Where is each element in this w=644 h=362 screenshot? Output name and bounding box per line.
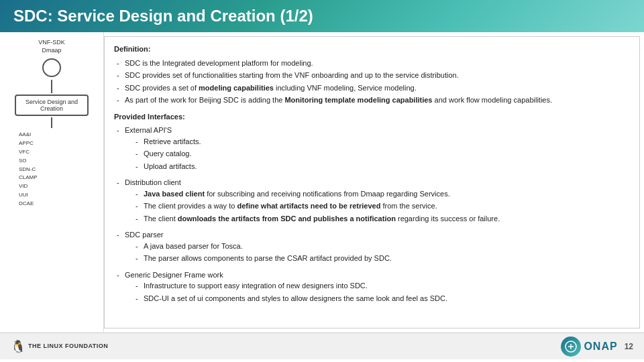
external-api-item: External API'S Retrieve artifacts. Query… xyxy=(114,125,630,172)
onap-circle-icon xyxy=(561,337,581,357)
external-api-sublist: Retrieve artifacts. Query catalog. Uploa… xyxy=(125,136,630,172)
label-dcae: DCAE xyxy=(19,200,98,208)
ext-sub-2: Query catalog. xyxy=(125,148,630,160)
label-vfc: VFC xyxy=(19,148,98,157)
vnf-sdk-label: VNF-SDKDmaap xyxy=(38,39,65,54)
circle-icon xyxy=(42,58,61,77)
def-item-2: SDC provides set of functionalities star… xyxy=(114,70,630,81)
footer: 🐧 THE LINUX FOUNDATION ONAP 12 xyxy=(0,333,644,359)
linux-foundation-text: THE LINUX FOUNDATION xyxy=(28,343,108,350)
distribution-sublist: Java based client for subscribing and re… xyxy=(125,188,630,225)
label-sdnc: SDN-C xyxy=(19,166,98,174)
label-appc: APPC xyxy=(19,139,98,148)
label-vid: VID xyxy=(19,182,98,191)
provided-title: Provided Interfaces: xyxy=(114,111,630,123)
dist-sub-2: The client provides a way to define what… xyxy=(125,200,630,212)
def-item-4: As part of the work for Beijing SDC is a… xyxy=(114,95,630,106)
ext-sub-1: Retrieve artifacts. xyxy=(125,136,630,147)
dist-sub-1: Java based client for subscribing and re… xyxy=(125,188,630,200)
dist-sub-3: The client downloads the artifacts from … xyxy=(125,213,630,225)
content-area: Definition: SDC is the Integrated develo… xyxy=(104,36,640,328)
provided-list: External API'S Retrieve artifacts. Query… xyxy=(114,125,630,304)
label-aai: AA&I xyxy=(19,131,98,139)
sdc-parser-sub-2: The parser allows components to parse th… xyxy=(125,253,630,264)
bottom-labels: AA&I APPC VFC SO SDN-C CLAMP VID UUI DCA… xyxy=(5,131,98,208)
page-number: 12 xyxy=(625,342,633,351)
definition-list: SDC is the Integrated development platfo… xyxy=(114,58,630,106)
connector-line-bottom xyxy=(51,117,52,128)
main-content: VNF-SDKDmaap Service Design andCreation … xyxy=(0,32,644,333)
connector-line-top xyxy=(51,80,52,93)
definition-title: Definition: xyxy=(114,44,630,55)
label-uui: UUI xyxy=(19,191,98,200)
page-title: SDC: Service Design and Creation (1/2) xyxy=(13,7,313,25)
linux-foundation-logo: 🐧 THE LINUX FOUNDATION xyxy=(11,339,108,354)
sdc-box: Service Design andCreation xyxy=(15,95,89,116)
ext-sub-3: Upload artifacts. xyxy=(125,161,630,172)
generic-sub-1: Infrastructure to support easy integrati… xyxy=(125,280,630,292)
def-item-3: SDC provides a set of modeling capabilit… xyxy=(114,82,630,94)
header: SDC: Service Design and Creation (1/2) xyxy=(0,0,644,32)
sidebar: VNF-SDKDmaap Service Design andCreation … xyxy=(0,32,104,333)
generic-designer-item: Generic Designer Frame work Infrastructu… xyxy=(114,269,630,304)
tux-icon: 🐧 xyxy=(11,339,25,354)
onap-logo: ONAP xyxy=(561,337,617,357)
label-clamp: CLAMP xyxy=(19,174,98,182)
def-item-1: SDC is the Integrated development platfo… xyxy=(114,58,630,69)
sdc-parser-item: SDC parser A java based parser for Tosca… xyxy=(114,229,630,264)
sdc-parser-sublist: A java based parser for Tosca. The parse… xyxy=(125,241,630,264)
label-so: SO xyxy=(19,157,98,166)
footer-right: ONAP 12 xyxy=(561,337,633,357)
sdc-parser-sub-1: A java based parser for Tosca. xyxy=(125,241,630,252)
footer-left: 🐧 THE LINUX FOUNDATION xyxy=(11,339,108,354)
generic-sub-2: SDC-UI a set of ui components and styles… xyxy=(125,293,630,304)
onap-text: ONAP xyxy=(584,341,617,353)
distribution-client-item: Distribution client Java based client fo… xyxy=(114,177,630,224)
generic-designer-sublist: Infrastructure to support easy integrati… xyxy=(125,280,630,304)
